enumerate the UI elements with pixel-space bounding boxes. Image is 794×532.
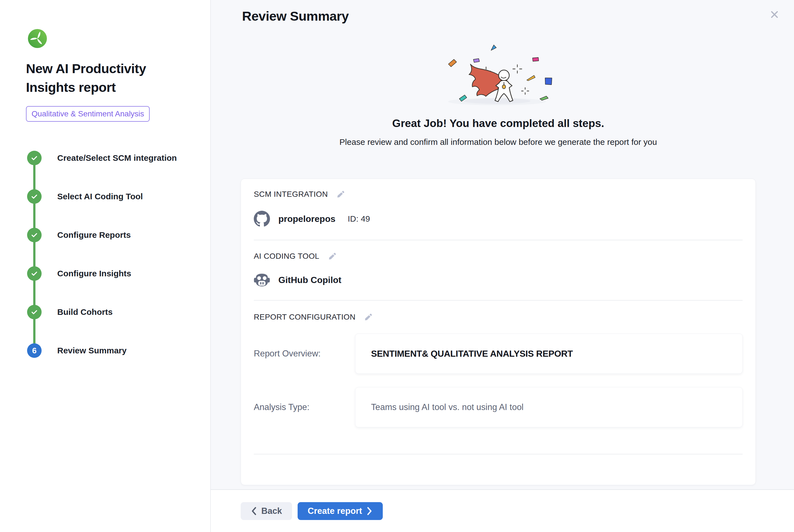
stepper-step-configure-insights[interactable]: Configure Insights <box>27 266 194 281</box>
back-button[interactable]: Back <box>241 502 292 520</box>
analysis-type-value: Teams using AI tool vs. not using AI too… <box>371 402 524 412</box>
section-divider <box>254 454 743 454</box>
step-label: Create/Select SCM integration <box>57 153 177 163</box>
summary-card: SCM INTEGRATION propelorepos ID: 49 AI C… <box>241 179 756 485</box>
ai-tool-item: GitHub Copilot <box>254 273 743 287</box>
ai-tool-section-header: AI CODING TOOL <box>254 251 743 261</box>
step-label: Select AI Coding Tool <box>57 192 143 201</box>
panel-title: Review Summary <box>242 8 349 24</box>
step-done-check-icon <box>27 305 42 319</box>
create-report-button-label: Create report <box>308 506 362 516</box>
section-divider <box>254 300 743 301</box>
scm-integration-item: propelorepos ID: 49 <box>254 211 743 227</box>
stepper-step-review-summary[interactable]: 6 Review Summary <box>27 343 194 358</box>
analysis-type-row: Analysis Type: Teams using AI tool vs. n… <box>254 387 743 428</box>
step-label: Build Cohorts <box>57 307 113 317</box>
report-overview-label: Report Overview: <box>254 349 355 359</box>
stepper-step-build-cohorts[interactable]: Build Cohorts <box>27 305 194 319</box>
step-label: Configure Reports <box>57 230 131 240</box>
step-done-check-icon <box>27 189 42 204</box>
wizard-stepper: Create/Select SCM integration Select AI … <box>27 151 194 358</box>
step-label: Configure Insights <box>57 269 131 278</box>
github-icon <box>254 211 270 227</box>
chevron-left-icon <box>251 507 257 515</box>
propelo-logo-icon <box>28 29 47 48</box>
analysis-type-value-box: Teams using AI tool vs. not using AI too… <box>355 387 743 428</box>
edit-scm-icon[interactable] <box>336 190 346 199</box>
stepper-step-scm-integration[interactable]: Create/Select SCM integration <box>27 151 194 165</box>
step-done-check-icon <box>27 151 42 165</box>
congrats-subtitle: Please review and confirm all informatio… <box>241 137 756 147</box>
stepper-step-ai-coding-tool[interactable]: Select AI Coding Tool <box>27 189 194 204</box>
report-config-section-label: REPORT CONFIGURATION <box>254 312 355 322</box>
step-done-check-icon <box>27 266 42 281</box>
report-config-section-header: REPORT CONFIGURATION <box>254 312 743 322</box>
report-type-badge: Qualitative & Sentiment Analysis <box>26 106 150 122</box>
review-summary-panel: Review Summary <box>211 0 794 532</box>
celebration-illustration <box>434 41 560 110</box>
stepper-step-configure-reports[interactable]: Configure Reports <box>27 228 194 242</box>
analysis-type-label: Analysis Type: <box>254 402 355 412</box>
scm-section-label: SCM INTEGRATION <box>254 190 328 199</box>
report-overview-value-box: SENTIMENT& QUALITATIVE ANALYSIS REPORT <box>355 334 743 374</box>
section-divider <box>254 240 743 240</box>
back-button-label: Back <box>261 506 282 516</box>
step-done-check-icon <box>27 228 42 242</box>
congrats-title: Great Job! You have completed all steps. <box>241 117 756 130</box>
close-icon[interactable] <box>768 8 781 21</box>
scm-integration-name: propelorepos <box>278 214 335 224</box>
wizard-sidebar: New AI Productivity Insights report Qual… <box>0 0 211 532</box>
step-current-number: 6 <box>27 343 42 358</box>
stepper-connector-line <box>33 158 35 352</box>
report-overview-value: SENTIMENT& QUALITATIVE ANALYSIS REPORT <box>371 349 573 359</box>
ai-tool-name: GitHub Copilot <box>278 275 341 285</box>
report-overview-row: Report Overview: SENTIMENT& QUALITATIVE … <box>254 334 743 374</box>
edit-ai-tool-icon[interactable] <box>328 251 337 261</box>
page-title: New AI Productivity Insights report <box>26 59 182 97</box>
wizard-footer: Back Create report <box>211 489 794 532</box>
edit-report-config-icon[interactable] <box>364 312 373 322</box>
scm-integration-id: ID: 49 <box>347 214 370 224</box>
scm-section-header: SCM INTEGRATION <box>254 179 743 199</box>
chevron-right-icon <box>366 507 373 515</box>
create-report-button[interactable]: Create report <box>298 502 383 520</box>
ai-tool-section-label: AI CODING TOOL <box>254 252 319 261</box>
step-label: Review Summary <box>57 346 127 355</box>
github-copilot-icon <box>254 273 270 287</box>
